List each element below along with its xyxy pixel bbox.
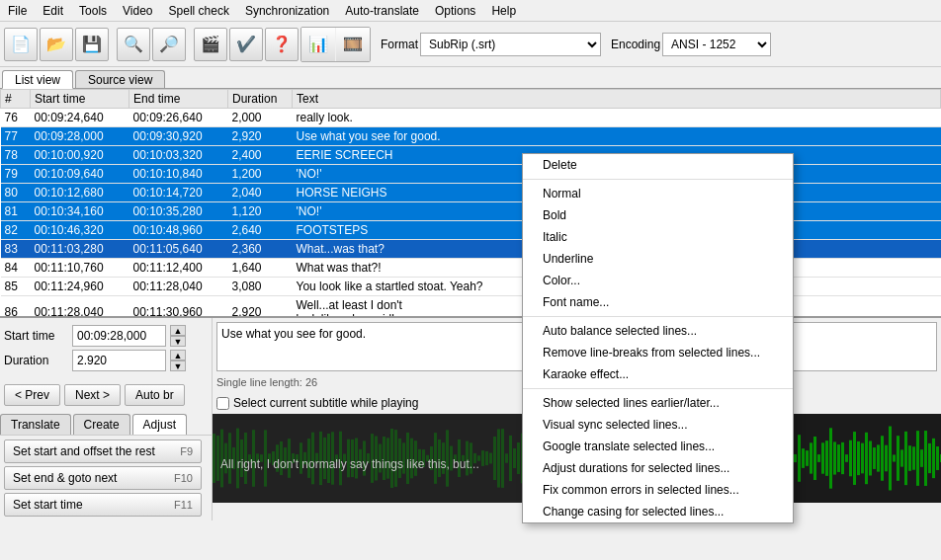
context-menu-item[interactable]: Delete <box>523 154 793 176</box>
cell-end: 00:11:28,040 <box>129 278 228 296</box>
svg-rect-148 <box>794 454 797 462</box>
set-end-goto-label: Set end & goto next <box>13 471 117 485</box>
cell-duration: 2,000 <box>228 109 293 127</box>
cell-start: 00:10:00,920 <box>31 146 129 165</box>
svg-rect-173 <box>893 454 896 461</box>
context-menu-item[interactable]: Italic <box>523 226 793 248</box>
view-tabbar: List view Source view <box>0 67 941 89</box>
tab-create[interactable]: Create <box>73 414 130 435</box>
cell-end: 00:09:26,640 <box>129 109 228 127</box>
menu-separator <box>523 179 793 180</box>
duration-up[interactable]: ▲ <box>170 350 186 360</box>
menu-options[interactable]: Options <box>427 2 483 20</box>
menu-tools[interactable]: Tools <box>71 2 115 20</box>
cell-duration: 2,360 <box>228 240 293 259</box>
table-row[interactable]: 78 00:10:00,920 00:10:03,320 2,400 EERIE… <box>1 146 941 165</box>
context-menu-item[interactable]: Auto balance selected lines... <box>523 320 793 342</box>
cell-num: 86 <box>1 296 31 317</box>
cell-end: 00:10:10,840 <box>129 165 228 184</box>
table-row[interactable]: 80 00:10:12,680 00:10:14,720 2,040 HORSE… <box>1 184 941 202</box>
svg-rect-153 <box>813 437 816 480</box>
start-time-up[interactable]: ▲ <box>170 325 186 336</box>
help-button[interactable]: ❓ <box>265 28 299 61</box>
context-menu-item[interactable]: Color... <box>523 270 793 291</box>
duration-down[interactable]: ▼ <box>170 360 186 371</box>
context-menu-item[interactable]: Change casing for selected lines... <box>523 501 793 522</box>
svg-rect-177 <box>908 445 911 471</box>
context-menu-item[interactable]: Remove line-breaks from selected lines..… <box>523 342 793 363</box>
table-row[interactable]: 84 00:11:10,760 00:11:12,400 1,640 What … <box>1 259 941 278</box>
context-menu-item[interactable]: Underline <box>523 248 793 270</box>
svg-rect-167 <box>869 441 872 476</box>
svg-rect-163 <box>853 432 856 485</box>
table-row[interactable]: 76 00:09:24,640 00:09:26,640 2,000 reall… <box>1 109 941 127</box>
tab-list-view[interactable]: List view <box>2 70 73 89</box>
cell-num: 85 <box>1 278 31 296</box>
table-row[interactable]: 77 00:09:28,000 00:09:30,920 2,920 Use w… <box>1 127 941 146</box>
menu-file[interactable]: File <box>0 2 35 20</box>
svg-rect-172 <box>889 427 892 491</box>
cell-duration: 1,120 <box>228 202 293 221</box>
table-row[interactable]: 85 00:11:24,960 00:11:28,040 3,080 You l… <box>1 278 941 296</box>
table-row[interactable]: 81 00:10:34,160 00:10:35,280 1,120 'NO!' <box>1 202 941 221</box>
open-button[interactable]: 📂 <box>40 28 73 61</box>
subtitle-table-wrapper[interactable]: # Start time End time Duration Text 76 0… <box>0 89 941 316</box>
table-row[interactable]: 79 00:10:09,640 00:10:10,840 1,200 'NO!' <box>1 165 941 184</box>
set-start-time-label: Set start time <box>13 498 83 512</box>
context-menu-item[interactable]: Normal <box>523 183 793 204</box>
set-end-goto-button[interactable]: Set end & goto next F10 <box>4 466 202 490</box>
waveform-button[interactable]: 📊 <box>301 28 335 61</box>
svg-rect-180 <box>920 449 923 467</box>
next-button[interactable]: Next > <box>64 384 121 406</box>
find-button[interactable]: 🔍 <box>117 28 150 61</box>
cell-start: 00:10:46,320 <box>31 221 129 240</box>
video-button[interactable]: 🎬 <box>194 28 227 61</box>
format-select[interactable]: SubRip (.srt) MicroDVD Advanced Sub Stat… <box>420 33 601 56</box>
start-time-down[interactable]: ▼ <box>170 336 186 347</box>
context-menu-item[interactable]: Google translate selected lines... <box>523 436 793 457</box>
menu-help[interactable]: Help <box>483 2 524 20</box>
col-header-num: # <box>1 90 31 109</box>
prev-button[interactable]: < Prev <box>4 384 60 406</box>
table-row[interactable]: 83 00:11:03,280 00:11:05,640 2,360 What.… <box>1 240 941 259</box>
set-start-offset-label: Set start and offset the rest <box>13 444 155 458</box>
svg-rect-165 <box>861 443 864 474</box>
set-start-offset-button[interactable]: Set start and offset the rest F9 <box>4 440 202 463</box>
context-menu-item[interactable]: Fix common errors in selected lines... <box>523 479 793 501</box>
table-row[interactable]: 82 00:10:46,320 00:10:48,960 2,640 FOOTS… <box>1 221 941 240</box>
menu-spell-check[interactable]: Spell check <box>161 2 237 20</box>
encoding-select[interactable]: ANSI - 1252 UTF-8 UTF-16 <box>662 33 771 56</box>
context-menu-item[interactable]: Karaoke effect... <box>523 363 793 385</box>
start-time-input[interactable] <box>72 325 166 347</box>
check-button[interactable]: ✔️ <box>229 28 263 61</box>
video2-button[interactable]: 🎞️ <box>336 28 370 61</box>
set-start-time-button[interactable]: Set start time F11 <box>4 493 202 517</box>
select-current-label: Select current subtitle while playing <box>233 396 418 410</box>
svg-rect-176 <box>904 432 907 485</box>
duration-input[interactable] <box>72 350 166 371</box>
tab-translate[interactable]: Translate <box>0 414 71 435</box>
save-button[interactable]: 💾 <box>75 28 109 61</box>
svg-rect-152 <box>810 442 813 473</box>
tab-source-view[interactable]: Source view <box>75 70 165 88</box>
cell-num: 76 <box>1 109 31 127</box>
context-menu-item[interactable]: Font name... <box>523 291 793 313</box>
select-current-checkbox[interactable] <box>216 397 229 410</box>
svg-rect-181 <box>924 431 927 486</box>
context-menu-item[interactable]: Bold <box>523 204 793 226</box>
tab-adjust[interactable]: Adjust <box>132 414 187 435</box>
context-menu-item[interactable]: Visual sync selected lines... <box>523 414 793 436</box>
context-menu-item[interactable]: Show selected lines earlier/later... <box>523 392 793 414</box>
adjust-tabbar: Translate Create Adjust <box>0 414 212 436</box>
replace-button[interactable]: 🔎 <box>152 28 186 61</box>
new-button[interactable]: 📄 <box>4 28 38 61</box>
cell-end: 00:10:03,320 <box>129 146 228 165</box>
menu-auto-translate[interactable]: Auto-translate <box>337 2 427 20</box>
context-menu-item[interactable]: Adjust durations for selected lines... <box>523 457 793 479</box>
menu-video[interactable]: Video <box>115 2 160 20</box>
table-row[interactable]: 86 00:11:28,040 00:11:30,960 2,920 Well.… <box>1 296 941 317</box>
auto-br-button[interactable]: Auto br <box>125 384 185 406</box>
svg-rect-160 <box>841 442 844 474</box>
menu-synchronization[interactable]: Synchronization <box>237 2 337 20</box>
menu-edit[interactable]: Edit <box>35 2 71 20</box>
